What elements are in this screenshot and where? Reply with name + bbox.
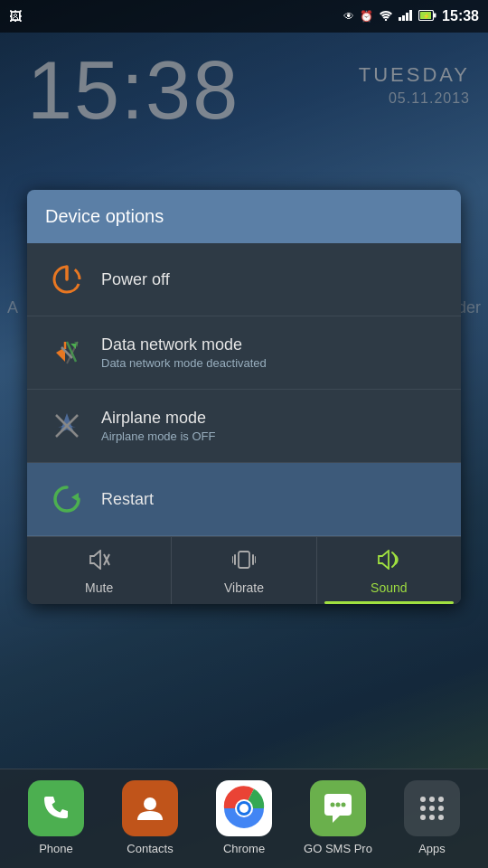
modal-body: Power off Data network mode <box>27 243 461 604</box>
data-network-sublabel: Data network mode deactivated <box>101 356 443 370</box>
power-off-label: Power off <box>101 270 443 289</box>
device-options-modal: Device options Power off <box>27 190 461 604</box>
menu-item-restart[interactable]: Restart <box>27 463 461 536</box>
dock-item-phone[interactable]: Phone <box>9 780 103 855</box>
svg-rect-1 <box>399 17 401 21</box>
status-time: 15:38 <box>442 8 479 24</box>
menu-item-airplane[interactable]: Airplane mode Airplane mode is OFF <box>27 390 461 463</box>
gosms-icon <box>310 780 366 836</box>
svg-point-39 <box>420 806 426 811</box>
svg-point-38 <box>438 797 444 802</box>
menu-item-data-network[interactable]: Data network mode Data network mode deac… <box>27 316 461 390</box>
svg-point-35 <box>342 803 346 807</box>
svg-rect-3 <box>406 13 408 21</box>
svg-point-37 <box>429 797 435 802</box>
sound-label: Sound <box>371 580 407 595</box>
mute-button[interactable]: Mute <box>27 537 172 604</box>
mute-icon <box>88 550 111 575</box>
menu-text-airplane: Airplane mode Airplane mode is OFF <box>101 409 443 443</box>
eye-icon: 👁 <box>343 10 354 23</box>
svg-point-33 <box>331 803 335 807</box>
modal-header: Device options <box>27 190 461 243</box>
svg-point-44 <box>438 815 444 820</box>
contacts-label: Contacts <box>127 842 173 855</box>
wifi-icon <box>379 10 393 24</box>
modal-title: Device options <box>45 206 443 227</box>
svg-point-36 <box>420 797 426 802</box>
apps-icon <box>404 780 460 836</box>
alarm-icon: ⏰ <box>360 10 373 23</box>
svg-rect-2 <box>402 15 405 21</box>
dock-item-gosms[interactable]: GO SMS Pro <box>291 780 385 855</box>
vibrate-label: Vibrate <box>224 580 264 595</box>
dock-item-contacts[interactable]: Contacts <box>103 780 197 855</box>
signal-icon <box>399 10 413 24</box>
menu-text-power: Power off <box>101 270 443 289</box>
svg-point-42 <box>420 815 426 820</box>
photo-icon: 🖼 <box>9 9 22 24</box>
phone-icon <box>28 780 84 836</box>
chrome-app-icon <box>216 780 272 836</box>
data-network-icon <box>45 331 89 374</box>
svg-text:⚡: ⚡ <box>423 13 430 20</box>
dock-item-chrome[interactable]: Chrome <box>197 780 291 855</box>
apps-label: Apps <box>418 842 446 855</box>
contacts-icon <box>122 780 178 836</box>
data-network-label: Data network mode <box>101 335 443 354</box>
svg-rect-23 <box>239 552 249 568</box>
phone-label: Phone <box>39 842 73 855</box>
svg-point-41 <box>438 806 444 811</box>
svg-point-0 <box>385 18 387 20</box>
svg-point-32 <box>239 804 249 813</box>
status-bar-right: 👁 ⏰ ⚡ 15:38 <box>343 8 479 24</box>
sound-button[interactable]: Sound <box>317 537 461 604</box>
restart-icon <box>45 477 89 521</box>
status-bar: 🖼 👁 ⏰ ⚡ <box>0 0 488 33</box>
sound-icon <box>375 550 402 575</box>
svg-point-40 <box>429 806 435 811</box>
menu-text-restart: Restart <box>101 490 443 509</box>
airplane-icon <box>45 404 89 448</box>
menu-text-data: Data network mode Data network mode deac… <box>101 335 443 370</box>
mute-label: Mute <box>85 580 113 595</box>
airplane-mode-label: Airplane mode <box>101 409 443 428</box>
battery-icon: ⚡ <box>418 10 436 24</box>
airplane-mode-sublabel: Airplane mode is OFF <box>101 429 443 443</box>
dock: Phone Contacts <box>0 769 488 868</box>
svg-point-34 <box>336 803 341 807</box>
svg-rect-6 <box>434 13 436 17</box>
svg-point-43 <box>429 815 435 820</box>
sound-bar: Mute Vibrate <box>27 536 461 604</box>
menu-item-power-off[interactable]: Power off <box>27 243 461 316</box>
status-bar-left: 🖼 <box>9 9 22 24</box>
power-icon <box>45 258 89 301</box>
gosms-label: GO SMS Pro <box>304 842 372 855</box>
restart-label: Restart <box>101 490 443 509</box>
vibrate-icon <box>232 550 256 575</box>
svg-rect-4 <box>409 10 412 21</box>
svg-marker-20 <box>71 493 79 502</box>
vibrate-button[interactable]: Vibrate <box>172 537 316 604</box>
svg-point-28 <box>144 797 156 810</box>
dock-item-apps[interactable]: Apps <box>385 780 479 855</box>
chrome-label: Chrome <box>223 842 265 855</box>
